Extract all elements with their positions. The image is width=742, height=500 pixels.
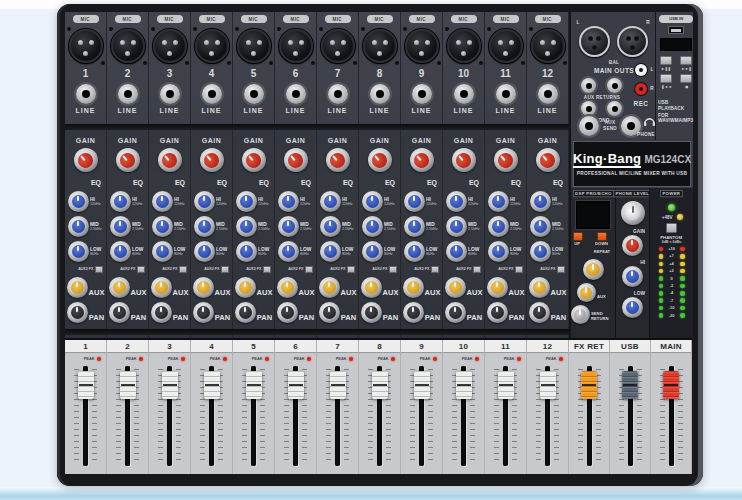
play-pause-button[interactable] <box>660 56 672 65</box>
usb-gain-knob[interactable] <box>622 235 643 256</box>
aux-knob[interactable] <box>487 277 508 298</box>
pan-knob[interactable] <box>277 302 298 323</box>
aux2-fx-button[interactable] <box>95 266 103 273</box>
aux2-fx-button[interactable] <box>473 266 481 273</box>
usb-low-knob[interactable] <box>622 297 643 318</box>
eq-hi-knob[interactable] <box>488 191 509 212</box>
eq-low-knob[interactable] <box>446 241 467 262</box>
aux2-fx-button[interactable] <box>221 266 229 273</box>
stop-button[interactable] <box>680 74 692 83</box>
fader-handle[interactable] <box>120 371 136 399</box>
aux2-fx-button[interactable] <box>305 266 313 273</box>
eq-hi-knob[interactable] <box>236 191 257 212</box>
eq-hi-knob[interactable] <box>320 191 341 212</box>
fader-handle[interactable] <box>663 371 679 399</box>
pan-knob[interactable] <box>487 302 508 323</box>
eq-low-knob[interactable] <box>152 241 173 262</box>
eq-hi-knob[interactable] <box>278 191 299 212</box>
pan-knob[interactable] <box>445 302 466 323</box>
fader-handle[interactable] <box>372 371 388 399</box>
aux-knob[interactable] <box>277 277 298 298</box>
aux2-fx-button[interactable] <box>179 266 187 273</box>
eq-low-knob[interactable] <box>488 241 509 262</box>
eq-mid-knob[interactable] <box>110 216 131 237</box>
aux-knob[interactable] <box>193 277 214 298</box>
pan-knob[interactable] <box>361 302 382 323</box>
gain-knob[interactable] <box>242 148 266 172</box>
eq-mid-knob[interactable] <box>404 216 425 237</box>
eq-mid-knob[interactable] <box>530 216 551 237</box>
pan-knob[interactable] <box>529 302 550 323</box>
phantom-button[interactable] <box>666 223 677 233</box>
aux-knob[interactable] <box>445 277 466 298</box>
eq-hi-knob[interactable] <box>446 191 467 212</box>
aux-knob[interactable] <box>109 277 130 298</box>
dsp-down-button[interactable] <box>597 232 607 241</box>
fader-handle[interactable] <box>288 371 304 399</box>
eq-hi-knob[interactable] <box>152 191 173 212</box>
aux2-fx-button[interactable] <box>137 266 145 273</box>
eq-hi-knob[interactable] <box>194 191 215 212</box>
eq-hi-knob[interactable] <box>362 191 383 212</box>
eq-low-knob[interactable] <box>110 241 131 262</box>
eq-mid-knob[interactable] <box>320 216 341 237</box>
pan-knob[interactable] <box>67 302 88 323</box>
aux-knob[interactable] <box>361 277 382 298</box>
pan-knob[interactable] <box>319 302 340 323</box>
aux-knob[interactable] <box>235 277 256 298</box>
prev-track-button[interactable] <box>660 74 672 83</box>
phone-level-knob[interactable] <box>621 201 645 225</box>
fader-handle[interactable] <box>330 371 346 399</box>
eq-hi-knob[interactable] <box>68 191 89 212</box>
aux2-fx-button[interactable] <box>515 266 523 273</box>
eq-mid-knob[interactable] <box>68 216 89 237</box>
aux-knob[interactable] <box>67 277 88 298</box>
eq-mid-knob[interactable] <box>194 216 215 237</box>
pan-knob[interactable] <box>193 302 214 323</box>
fader-handle[interactable] <box>414 371 430 399</box>
send-return-knob[interactable] <box>571 305 590 324</box>
aux2-fx-button[interactable] <box>557 266 565 273</box>
dsp-up-button[interactable] <box>573 232 583 241</box>
eq-hi-knob[interactable] <box>110 191 131 212</box>
aux-knob[interactable] <box>151 277 172 298</box>
gain-knob[interactable] <box>410 148 434 172</box>
fader-handle[interactable] <box>162 371 178 399</box>
gain-knob[interactable] <box>284 148 308 172</box>
aux2-fx-button[interactable] <box>431 266 439 273</box>
eq-low-knob[interactable] <box>404 241 425 262</box>
usb-hi-knob[interactable] <box>622 266 643 287</box>
eq-hi-knob[interactable] <box>530 191 551 212</box>
aux2-fx-button[interactable] <box>347 266 355 273</box>
eq-mid-knob[interactable] <box>362 216 383 237</box>
fader-handle[interactable] <box>456 371 472 399</box>
gain-knob[interactable] <box>158 148 182 172</box>
fader-handle[interactable] <box>498 371 514 399</box>
eq-low-knob[interactable] <box>530 241 551 262</box>
eq-low-knob[interactable] <box>278 241 299 262</box>
gain-knob[interactable] <box>368 148 392 172</box>
gain-knob[interactable] <box>326 148 350 172</box>
fader-handle[interactable] <box>581 371 597 399</box>
gain-knob[interactable] <box>536 148 560 172</box>
aux-knob[interactable] <box>529 277 550 298</box>
pan-knob[interactable] <box>151 302 172 323</box>
eq-mid-knob[interactable] <box>278 216 299 237</box>
eq-low-knob[interactable] <box>362 241 383 262</box>
pan-knob[interactable] <box>109 302 130 323</box>
fader-handle[interactable] <box>622 371 638 399</box>
gain-knob[interactable] <box>452 148 476 172</box>
aux-knob[interactable] <box>403 277 424 298</box>
pan-knob[interactable] <box>235 302 256 323</box>
eq-hi-knob[interactable] <box>404 191 425 212</box>
eq-mid-knob[interactable] <box>236 216 257 237</box>
aux2-fx-button[interactable] <box>389 266 397 273</box>
eq-mid-knob[interactable] <box>152 216 173 237</box>
aux-knob[interactable] <box>319 277 340 298</box>
dsp-level-knob[interactable] <box>583 259 604 280</box>
gain-knob[interactable] <box>116 148 140 172</box>
dsp-aux-knob[interactable] <box>577 283 596 302</box>
eq-mid-knob[interactable] <box>446 216 467 237</box>
eq-low-knob[interactable] <box>236 241 257 262</box>
gain-knob[interactable] <box>200 148 224 172</box>
